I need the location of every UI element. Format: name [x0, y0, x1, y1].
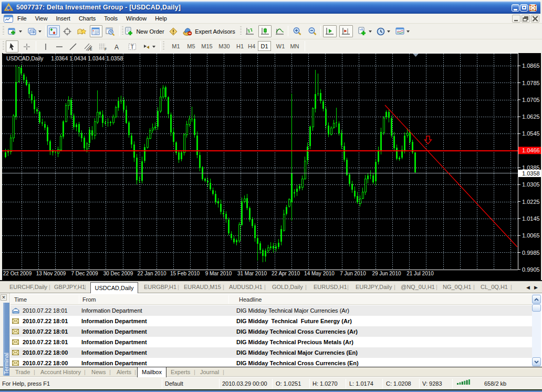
svg-text:7 Jun 2010: 7 Jun 2010 — [340, 271, 366, 276]
svg-text:29 Jun 2010: 29 Jun 2010 — [372, 271, 401, 276]
svg-text:31 Mar 2010: 31 Mar 2010 — [237, 271, 267, 276]
svg-text:22 Apr 2010: 22 Apr 2010 — [272, 271, 300, 276]
svg-text:1.0065: 1.0065 — [522, 232, 540, 239]
svg-text:E: E — [90, 47, 92, 51]
svg-text:1.0785: 1.0785 — [522, 80, 540, 86]
svg-text:1.0145: 1.0145 — [522, 215, 540, 222]
svg-text:T: T — [131, 44, 134, 50]
svg-text:1.0358: 1.0358 — [522, 170, 540, 177]
svg-text:A: A — [114, 43, 119, 50]
svg-text:22 Jan 2010: 22 Jan 2010 — [137, 271, 166, 276]
svg-text:1.0305: 1.0305 — [522, 181, 540, 188]
svg-text:1.0225: 1.0225 — [522, 199, 540, 205]
svg-text:1.0545: 1.0545 — [522, 130, 540, 137]
svg-text:30 Dec 2009: 30 Dec 2009 — [103, 271, 133, 276]
svg-text:15 Feb 2010: 15 Feb 2010 — [170, 271, 200, 276]
svg-text:1.0705: 1.0705 — [522, 97, 540, 103]
svg-text:0.9905: 0.9905 — [522, 266, 540, 273]
svg-text:0.9985: 0.9985 — [522, 250, 540, 256]
svg-text:1.0625: 1.0625 — [522, 114, 540, 120]
svg-text:1.0865: 1.0865 — [522, 63, 540, 69]
svg-text:7 Dec 2009: 7 Dec 2009 — [71, 271, 98, 276]
svg-text:F: F — [105, 47, 107, 51]
svg-text:1.0466: 1.0466 — [522, 147, 540, 153]
svg-text:22 Oct 2009: 22 Oct 2009 — [3, 271, 32, 276]
svg-text:13 Nov 2009: 13 Nov 2009 — [36, 271, 66, 276]
svg-text:14 May 2010: 14 May 2010 — [304, 271, 335, 276]
svg-text:9 Mar 2010: 9 Mar 2010 — [205, 271, 232, 276]
svg-text:USDCAD,Daily 1.0364 1.0434: USDCAD,Daily 1.0364 1.0434 1.0344 1.0358 — [6, 55, 123, 61]
svg-text:21 Jul 2010: 21 Jul 2010 — [407, 271, 434, 276]
